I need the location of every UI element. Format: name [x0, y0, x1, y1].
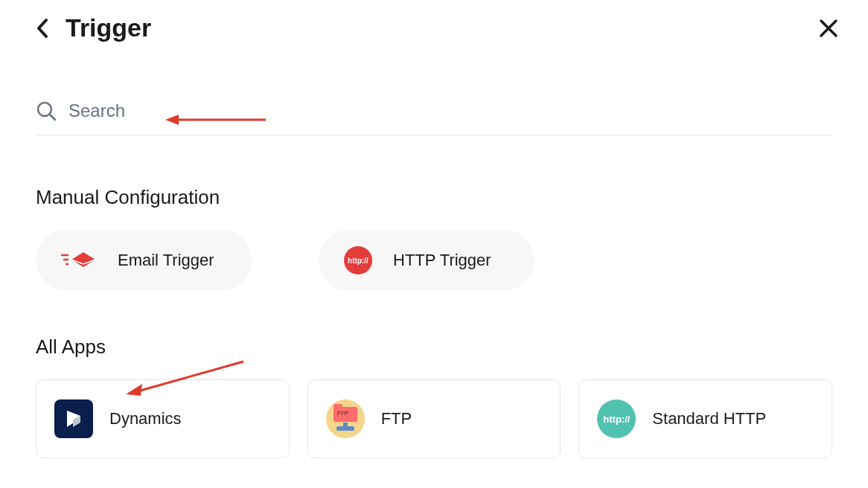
search-input[interactable] [68, 100, 832, 121]
dynamics-card[interactable]: Dynamics [36, 379, 290, 458]
manual-configuration-title: Manual Configuration [36, 186, 832, 209]
search-icon [36, 100, 57, 121]
standard-http-icon-text: http:// [603, 414, 630, 425]
ftp-label: FTP [381, 409, 412, 428]
manual-configuration-items: Email Trigger http:// HTTP Trigger [36, 230, 832, 291]
email-trigger-label: Email Trigger [118, 251, 214, 270]
ftp-icon-text: FTP [337, 410, 348, 417]
http-trigger-icon-text: http:// [348, 257, 368, 265]
email-trigger-button[interactable]: Email Trigger [36, 230, 252, 291]
http-trigger-icon: http:// [344, 246, 372, 274]
http-trigger-button[interactable]: http:// HTTP Trigger [319, 230, 534, 291]
all-apps-section: All Apps Dynamics FTP [36, 336, 832, 458]
standard-http-card[interactable]: http:// Standard HTTP [578, 379, 832, 458]
back-icon[interactable] [36, 17, 51, 39]
header-left: Trigger [36, 13, 151, 42]
standard-http-label: Standard HTTP [652, 409, 766, 428]
manual-configuration-section: Manual Configuration Email Trigger http:… [36, 186, 832, 291]
all-apps-items: Dynamics FTP FTP http:// Standard HTTP [36, 379, 832, 458]
header: Trigger [0, 0, 868, 42]
http-trigger-label: HTTP Trigger [393, 251, 491, 270]
standard-http-icon: http:// [597, 399, 636, 438]
all-apps-title: All Apps [36, 336, 832, 359]
ftp-card[interactable]: FTP FTP [307, 379, 561, 458]
close-icon[interactable] [819, 19, 838, 38]
search-bar[interactable] [36, 100, 832, 135]
page-title: Trigger [66, 13, 151, 42]
dynamics-icon [54, 399, 93, 438]
ftp-icon: FTP [326, 399, 365, 438]
email-trigger-icon [61, 248, 97, 272]
dynamics-label: Dynamics [109, 409, 182, 428]
svg-line-1 [50, 115, 55, 120]
